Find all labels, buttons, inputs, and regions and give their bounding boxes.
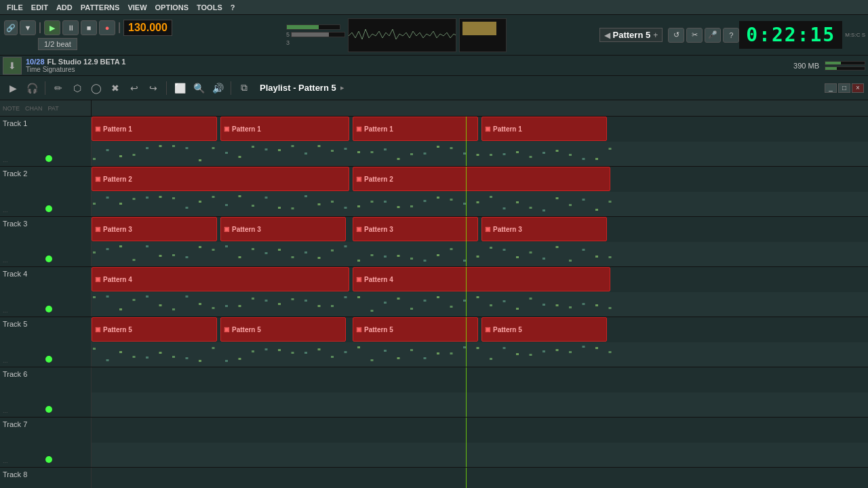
svg-rect-169 <box>212 347 215 349</box>
pattern-block-4-1[interactable]: Pattern 4 <box>353 267 610 291</box>
track-led-1[interactable] <box>45 155 52 162</box>
svg-rect-25 <box>424 152 427 155</box>
help-btn[interactable]: ? <box>723 28 739 43</box>
pattern-block-2-0[interactable]: Pattern 2 <box>92 167 349 191</box>
pattern-block-3-3[interactable]: Pattern 3 <box>481 217 607 241</box>
pattern-block-5-1[interactable]: Pattern 5 <box>220 317 346 342</box>
track-content-4[interactable]: Pattern 4Pattern 4 <box>92 267 868 317</box>
svg-rect-73 <box>530 207 532 209</box>
menu-patterns[interactable]: PATTERNS <box>77 3 124 12</box>
headphones-btn[interactable]: 🎧 <box>23 79 41 97</box>
snap-btn[interactable]: ⧉ <box>235 79 253 97</box>
dropdown-btn[interactable]: ▼ <box>20 20 36 35</box>
transport-bar: 🔗 ▼ ▶ ⏸ ■ ● 130.000 1/2 beat 5 <box>0 15 868 56</box>
svg-rect-118 <box>595 256 598 258</box>
cursor-btn[interactable]: ⬡ <box>68 79 86 97</box>
playline-2 <box>466 167 467 216</box>
pattern-selector[interactable]: ◀ Pattern 5 + <box>599 28 663 42</box>
pattern-block-3-2[interactable]: Pattern 3 <box>353 217 478 241</box>
svg-rect-189 <box>477 347 479 349</box>
play-btn[interactable]: ▶ <box>44 20 60 35</box>
track-led-3[interactable] <box>45 256 52 262</box>
svg-rect-91 <box>239 256 241 258</box>
pattern-block-2-1[interactable]: Pattern 2 <box>353 167 610 191</box>
stop-btn[interactable]: ■ <box>81 20 97 35</box>
pattern-block-1-2[interactable]: Pattern 1 <box>353 117 478 141</box>
speaker-btn[interactable]: 🔊 <box>209 79 226 97</box>
pattern-label: Pattern 1 <box>364 125 393 133</box>
link-btn[interactable]: 🔗 <box>4 20 18 35</box>
pattern-block-1-3[interactable]: Pattern 1 <box>481 117 607 141</box>
back-btn[interactable]: ↩ <box>125 79 143 97</box>
svg-rect-92 <box>252 248 254 250</box>
svg-rect-58 <box>331 201 334 203</box>
pattern-block-3-0[interactable]: Pattern 3 <box>92 217 217 241</box>
svg-rect-114 <box>542 258 545 260</box>
pattern-block-5-0[interactable]: Pattern 5 <box>92 317 217 342</box>
svg-rect-136 <box>304 300 307 302</box>
menu-view[interactable]: VIEW <box>123 3 151 12</box>
pause-btn[interactable]: ⏸ <box>62 20 79 35</box>
track-content-7[interactable] <box>92 418 868 467</box>
loop-btn[interactable]: ↺ <box>668 28 684 43</box>
svg-rect-99 <box>344 245 347 247</box>
menu-edit[interactable]: EDIT <box>27 3 52 12</box>
svg-rect-186 <box>437 352 439 354</box>
mute-btn[interactable]: ✖ <box>106 79 124 97</box>
track-led-4[interactable] <box>45 306 52 312</box>
pattern-block-4-0[interactable]: Pattern 4 <box>92 267 349 291</box>
menu-help[interactable]: ? <box>226 3 239 12</box>
svg-rect-196 <box>569 351 572 353</box>
svg-rect-177 <box>318 348 321 350</box>
scissors-btn[interactable]: ✂ <box>686 28 703 43</box>
svg-rect-22 <box>384 148 387 150</box>
maximize-btn[interactable]: □ <box>838 83 850 93</box>
close-btn[interactable]: × <box>852 83 864 93</box>
svg-rect-151 <box>503 300 506 302</box>
play-toolbar-btn[interactable]: ▶ <box>4 79 22 97</box>
pattern-label: Pattern 5 <box>493 326 522 333</box>
track-content-3[interactable]: Pattern 3Pattern 3Pattern 3Pattern 3 <box>92 217 868 266</box>
pattern-block-1-1[interactable]: Pattern 1 <box>220 117 349 141</box>
playlist-arrow[interactable]: ▸ <box>340 83 344 92</box>
menu-file[interactable]: FILE <box>3 3 27 12</box>
menu-tools[interactable]: TOOLS <box>193 3 226 12</box>
track-led-5[interactable] <box>45 356 52 363</box>
svg-rect-183 <box>397 357 400 359</box>
select-btn[interactable]: ⬜ <box>171 79 189 97</box>
pencil-btn[interactable]: ✏ <box>50 79 67 97</box>
track-content-6[interactable] <box>92 367 868 417</box>
track-content-5[interactable]: Pattern 5Pattern 5Pattern 5Pattern 5 <box>92 317 868 367</box>
svg-rect-24 <box>410 153 413 155</box>
track-led-6[interactable] <box>45 406 52 413</box>
track-content-2[interactable]: Pattern 2Pattern 2 <box>92 167 868 216</box>
svg-rect-116 <box>569 260 572 262</box>
menu-options[interactable]: OPTIONS <box>151 3 193 12</box>
pattern-block-1-0[interactable]: Pattern 1 <box>92 117 217 141</box>
track-header-2: Track 2... <box>0 167 92 216</box>
svg-rect-42 <box>119 203 122 205</box>
track-led-2[interactable] <box>45 205 52 212</box>
mic-btn[interactable]: 🎤 <box>705 28 721 43</box>
pattern-label: Pattern 5 <box>103 326 132 333</box>
pattern-block-5-3[interactable]: Pattern 5 <box>481 317 607 342</box>
minimize-btn[interactable]: _ <box>825 83 837 93</box>
track-led-7[interactable] <box>45 456 52 463</box>
pattern-label: Pattern 2 <box>364 176 393 183</box>
beat-select[interactable]: 1/2 beat <box>38 38 77 50</box>
eraser-btn[interactable]: ◯ <box>87 79 105 97</box>
svg-rect-137 <box>318 305 321 307</box>
track-content-8[interactable] <box>92 468 868 488</box>
track-row-4: Track 4...Pattern 4Pattern 4 <box>0 267 868 317</box>
pattern-block-3-1[interactable]: Pattern 3 <box>220 217 346 241</box>
menu-add[interactable]: ADD <box>52 3 77 12</box>
pattern-block-5-2[interactable]: Pattern 5 <box>353 317 478 342</box>
zoom-btn[interactable]: 🔍 <box>190 79 208 97</box>
tracks-area[interactable]: Track 1...Pattern 1Pattern 1Pattern 1Pat… <box>0 117 868 488</box>
svg-rect-95 <box>292 256 294 258</box>
bpm-display[interactable]: 130.000 <box>123 20 172 36</box>
record-btn[interactable]: ● <box>99 20 115 35</box>
forward-btn[interactable]: ↪ <box>144 79 162 97</box>
track-content-1[interactable]: Pattern 1Pattern 1Pattern 1Pattern 1 <box>92 117 868 166</box>
svg-rect-7 <box>186 147 189 149</box>
